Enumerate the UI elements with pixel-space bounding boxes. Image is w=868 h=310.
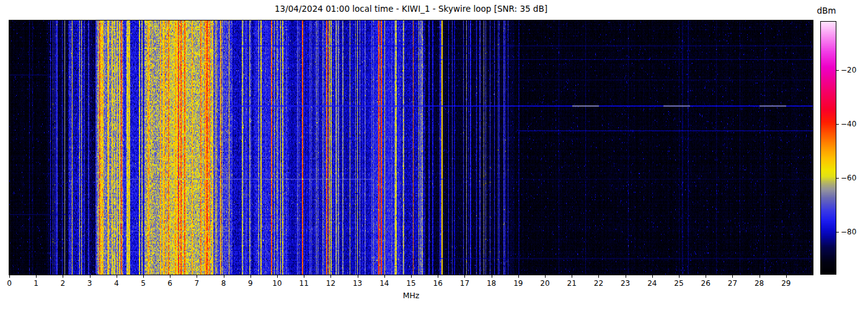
x-tick-label: 27 xyxy=(720,279,745,288)
x-tick xyxy=(706,275,706,278)
x-tick-label: 1 xyxy=(24,279,48,288)
x-tick-label: 10 xyxy=(265,279,290,288)
x-tick xyxy=(36,275,37,278)
x-tick xyxy=(358,275,358,278)
x-axis-label: MHz xyxy=(380,291,442,300)
x-tick xyxy=(626,275,626,278)
x-tick xyxy=(224,275,224,278)
x-tick-label: 3 xyxy=(78,279,102,288)
spectrogram-plot xyxy=(9,20,813,275)
x-tick-label: 12 xyxy=(318,279,343,288)
x-tick-label: 7 xyxy=(184,279,209,288)
x-tick xyxy=(277,275,278,278)
x-tick-label: 29 xyxy=(774,279,799,288)
x-tick xyxy=(143,275,144,278)
x-tick-label: 6 xyxy=(157,279,182,288)
x-tick-label: 22 xyxy=(586,279,611,288)
x-tick-label: 19 xyxy=(506,279,531,288)
x-tick-label: 17 xyxy=(452,279,477,288)
colorbar-tick-label: −80 xyxy=(841,227,866,237)
x-tick xyxy=(492,275,492,278)
x-tick-label: 28 xyxy=(747,279,772,288)
x-tick xyxy=(598,275,599,278)
x-tick-label: 8 xyxy=(211,279,236,288)
x-tick-label: 25 xyxy=(666,279,691,288)
x-tick xyxy=(170,275,170,278)
x-tick-label: 4 xyxy=(104,279,129,288)
x-tick xyxy=(117,275,117,278)
x-tick xyxy=(732,275,733,278)
x-tick xyxy=(330,275,331,278)
x-tick xyxy=(304,275,304,278)
x-tick xyxy=(786,275,787,278)
colorbar-tick-label: −60 xyxy=(841,173,866,183)
x-tick-label: 9 xyxy=(238,279,263,288)
x-tick-label: 14 xyxy=(372,279,397,288)
x-tick xyxy=(652,275,653,278)
colorbar-tick xyxy=(836,124,839,125)
x-tick xyxy=(518,275,519,278)
colorbar-label: dBm xyxy=(812,6,841,16)
colorbar-tick xyxy=(836,232,839,232)
x-tick-label: 21 xyxy=(559,279,584,288)
x-tick xyxy=(438,275,438,278)
x-tick-label: 0 xyxy=(0,279,22,288)
colorbar xyxy=(820,21,836,275)
x-tick-label: 5 xyxy=(131,279,156,288)
colorbar-tick xyxy=(836,178,839,179)
x-tick xyxy=(679,275,680,278)
x-tick xyxy=(760,275,760,278)
x-tick-label: 11 xyxy=(291,279,316,288)
x-tick-label: 20 xyxy=(533,279,557,288)
x-tick xyxy=(90,275,91,278)
x-tick xyxy=(572,275,572,278)
colorbar-tick-label: −20 xyxy=(841,65,866,75)
colorbar-canvas xyxy=(821,22,836,274)
x-tick xyxy=(545,275,546,278)
x-tick-label: 15 xyxy=(399,279,423,288)
x-tick-label: 24 xyxy=(640,279,665,288)
x-tick-label: 18 xyxy=(479,279,504,288)
colorbar-tick xyxy=(836,70,839,71)
x-tick xyxy=(384,275,385,278)
x-tick xyxy=(9,275,10,278)
spectrogram-canvas xyxy=(9,20,813,275)
x-tick xyxy=(63,275,63,278)
x-tick xyxy=(411,275,412,278)
spectrogram-figure: 13/04/2024 01:00 local time - KIWI_1 - S… xyxy=(0,0,868,310)
x-tick xyxy=(464,275,465,278)
colorbar-tick-label: −40 xyxy=(841,119,866,129)
x-tick-label: 23 xyxy=(613,279,638,288)
x-tick-label: 13 xyxy=(345,279,370,288)
chart-title: 13/04/2024 01:00 local time - KIWI_1 - S… xyxy=(9,4,813,14)
x-tick xyxy=(250,275,251,278)
x-tick-label: 26 xyxy=(693,279,718,288)
x-tick-label: 2 xyxy=(50,279,75,288)
x-tick-label: 16 xyxy=(425,279,450,288)
x-tick xyxy=(197,275,197,278)
